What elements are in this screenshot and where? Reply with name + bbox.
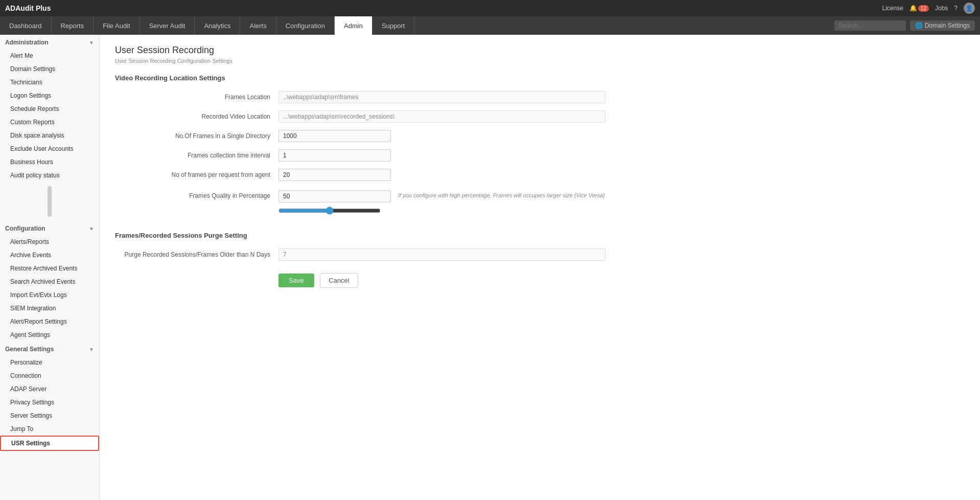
nav-alerts[interactable]: Alerts	[240, 16, 276, 35]
cancel-button[interactable]: Cancel	[320, 273, 358, 288]
sidebar-item-siem[interactable]: SIEM Integration	[0, 302, 99, 315]
sidebar-configuration-header[interactable]: Configuration ▼	[0, 221, 99, 235]
sidebar-item-logon-settings[interactable]: Logon Settings	[0, 89, 99, 102]
notif-badge: 12	[918, 5, 929, 12]
sidebar-item-alerts-reports[interactable]: Alerts/Reports	[0, 235, 99, 248]
frames-quality-control	[278, 190, 391, 216]
recorded-video-label: Recorded Video Location	[115, 113, 278, 120]
help-icon[interactable]: ?	[954, 5, 958, 12]
frames-quality-input[interactable]	[278, 190, 391, 202]
sidebar-item-search-archived[interactable]: Search Archived Events	[0, 275, 99, 288]
frames-per-request-row: No of frames per request from agent	[115, 169, 965, 181]
frames-quality-hint: If you configure with high percentage, F…	[398, 190, 605, 198]
recorded-video-input[interactable]	[278, 110, 605, 123]
sidebar-item-usr-settings[interactable]: USR Settings	[0, 436, 99, 451]
recorded-video-row: Recorded Video Location	[115, 110, 965, 123]
frames-per-request-label: No of frames per request from agent	[115, 171, 278, 178]
nav-reports[interactable]: Reports	[52, 16, 94, 35]
general-collapse-arrow: ▼	[89, 347, 94, 352]
sidebar-general-header[interactable]: General Settings ▼	[0, 342, 99, 356]
sidebar: Administration ▼ Alert Me Domain Setting…	[0, 35, 100, 500]
sidebar-item-technicians[interactable]: Technicians	[0, 76, 99, 89]
sidebar-item-business-hours[interactable]: Business Hours	[0, 155, 99, 169]
sidebar-item-exclude-users[interactable]: Exclude User Accounts	[0, 142, 99, 155]
nav-server-audit[interactable]: Server Audit	[140, 16, 195, 35]
top-bar-right: License 🔔12 Jobs ? 👤	[882, 3, 975, 14]
license-link[interactable]: License	[882, 5, 903, 12]
sidebar-item-alert-me[interactable]: Alert Me	[0, 49, 99, 62]
sidebar-item-schedule-reports[interactable]: Schedule Reports	[0, 102, 99, 116]
nav-dashboard[interactable]: Dashboard	[0, 16, 52, 35]
nav-support[interactable]: Support	[372, 16, 415, 35]
sidebar-item-server-settings[interactable]: Server Settings	[0, 409, 99, 422]
video-recording-section-header: Video Recording Location Settings	[115, 74, 965, 84]
top-bar: ADAudit Plus License 🔔12 Jobs ? 👤	[0, 0, 980, 16]
purge-section-header: Frames/Recorded Sessions Purge Setting	[115, 232, 965, 241]
sidebar-item-restore-archived[interactable]: Restore Archived Events	[0, 262, 99, 275]
sidebar-item-agent-settings[interactable]: Agent Settings	[0, 328, 99, 342]
jobs-link[interactable]: Jobs	[935, 5, 948, 12]
globe-icon: 🌐	[915, 22, 923, 29]
nav-file-audit[interactable]: File Audit	[94, 16, 139, 35]
domain-settings-button[interactable]: 🌐 Domain Settings	[910, 20, 975, 31]
sidebar-item-archive-events[interactable]: Archive Events	[0, 248, 99, 262]
frames-interval-label: Frames collection time interval	[115, 152, 278, 159]
frames-quality-slider-wrapper	[278, 207, 391, 216]
page-subtitle: User Session Recording Configuration Set…	[115, 58, 965, 64]
search-input[interactable]	[834, 20, 906, 31]
nav-bar: Dashboard Reports File Audit Server Audi…	[0, 16, 980, 35]
frames-location-input[interactable]	[278, 91, 605, 103]
sidebar-item-jump-to[interactable]: Jump To	[0, 422, 99, 436]
sidebar-item-connection[interactable]: Connection	[0, 369, 99, 382]
purge-row: Purge Recorded Sessions/Frames Older tha…	[115, 248, 965, 261]
notification-icon[interactable]: 🔔12	[909, 5, 929, 12]
nav-configuration[interactable]: Configuration	[276, 16, 335, 35]
sidebar-item-personalize[interactable]: Personalize	[0, 356, 99, 369]
nav-right: 🌐 Domain Settings	[834, 16, 980, 35]
app-logo: ADAudit Plus	[5, 4, 51, 12]
frames-per-request-input[interactable]	[278, 169, 391, 181]
config-collapse-arrow: ▼	[89, 226, 94, 232]
sidebar-scroll-indicator	[0, 182, 99, 221]
save-button[interactable]: Save	[278, 274, 314, 287]
frames-single-dir-label: No.Of Frames in a Single Directory	[115, 132, 278, 140]
frames-quality-label: Frames Quality in Percentage	[115, 190, 278, 199]
frames-interval-row: Frames collection time interval	[115, 149, 965, 162]
frames-quality-row: Frames Quality in Percentage If you conf…	[115, 188, 965, 216]
sidebar-item-disk-space[interactable]: Disk space analysis	[0, 129, 99, 142]
user-avatar[interactable]: 👤	[964, 3, 975, 14]
frames-single-dir-row: No.Of Frames in a Single Directory	[115, 130, 965, 142]
frames-location-row: Frames Location	[115, 91, 965, 103]
nav-admin[interactable]: Admin	[335, 16, 372, 35]
sidebar-administration-header[interactable]: Administration ▼	[0, 35, 99, 49]
admin-collapse-arrow: ▼	[89, 40, 94, 46]
frames-location-label: Frames Location	[115, 94, 278, 101]
sidebar-item-import-logs[interactable]: Import Evt/Evtx Logs	[0, 288, 99, 302]
sidebar-item-privacy-settings[interactable]: Privacy Settings	[0, 396, 99, 409]
purge-input[interactable]	[278, 248, 605, 261]
frames-interval-input[interactable]	[278, 149, 391, 162]
frames-single-dir-input[interactable]	[278, 130, 391, 142]
sidebar-item-audit-policy[interactable]: Audit policy status	[0, 169, 99, 182]
sidebar-item-custom-reports[interactable]: Custom Reports	[0, 116, 99, 129]
main-layout: Administration ▼ Alert Me Domain Setting…	[0, 35, 980, 500]
purge-label: Purge Recorded Sessions/Frames Older tha…	[115, 251, 278, 258]
sidebar-item-domain-settings[interactable]: Domain Settings	[0, 62, 99, 76]
sidebar-item-adap-server[interactable]: ADAP Server	[0, 382, 99, 396]
app-name: ADAudit Plus	[5, 4, 51, 12]
sidebar-item-alert-report-settings[interactable]: Alert/Report Settings	[0, 315, 99, 328]
page-title: User Session Recording	[115, 45, 965, 56]
content-area: User Session Recording User Session Reco…	[100, 35, 980, 500]
form-actions: Save Cancel	[278, 273, 965, 288]
frames-quality-slider[interactable]	[278, 207, 381, 215]
nav-analytics[interactable]: Analytics	[195, 16, 240, 35]
